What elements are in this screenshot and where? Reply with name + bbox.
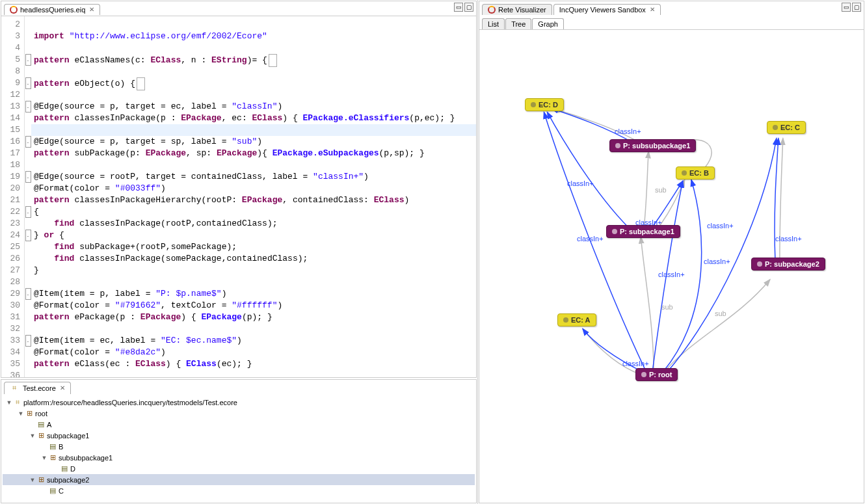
graph-canvas[interactable]: EC: D P: subsubpackage1 EC: B EC: C P: s… (479, 30, 864, 503)
expand-toggle[interactable]: ▼ (29, 477, 36, 483)
code-area[interactable]: import "http://www.eclipse.org/emf/2002/… (31, 16, 476, 377)
code-line[interactable] (31, 159, 476, 171)
edge-label: classIn+ (775, 235, 802, 243)
close-icon[interactable]: ✕ (89, 6, 94, 13)
subtab-tree[interactable]: Tree (505, 18, 531, 29)
tree-item-label: D (70, 465, 75, 473)
code-line[interactable]: pattern classesInPackageHierarchy(rootP:… (31, 194, 476, 206)
tree-item-label: C (59, 487, 64, 495)
subtab-list[interactable]: List (482, 18, 505, 29)
code-line[interactable]: @Edge(source = rootP, target = contained… (31, 171, 476, 183)
tree-item-label: subsubpackage1 (59, 454, 113, 462)
tree-tabbar: ⌗ Test.ecore ✕ (1, 380, 476, 394)
tree-row[interactable]: ▤D (3, 463, 475, 474)
model-tree-pane: ⌗ Test.ecore ✕ ▼⌗platform:/resource/head… (1, 379, 477, 503)
maximize-button[interactable]: ▢ (852, 3, 861, 12)
code-line[interactable]: pattern eClassNames(c: EClass, n : EStri… (31, 54, 476, 66)
line-gutter: 2345891213141516171819202122232425262728… (1, 16, 25, 377)
maximize-button[interactable]: ▢ (464, 3, 473, 12)
tree-item-label: subpackage1 (47, 432, 89, 440)
expand-toggle[interactable]: ▼ (40, 455, 48, 461)
node-p-subpackage2[interactable]: P: subpackage2 (751, 258, 825, 271)
code-line[interactable]: @Format(color = "#e8da2c") (31, 347, 476, 358)
edge-label: classIn+ (704, 258, 730, 265)
tree-row[interactable]: ▼⊞subsubpackage1 (3, 452, 475, 463)
code-editor[interactable]: 2345891213141516171819202122232425262728… (1, 16, 476, 377)
code-line[interactable] (31, 323, 476, 335)
edge-label: classIn+ (635, 219, 662, 226)
code-line[interactable]: @Format(color = "#0033ff") (31, 183, 476, 194)
minimize-button[interactable]: ▭ (842, 3, 851, 12)
node-ec-b[interactable]: EC: B (676, 166, 715, 179)
editor-tab[interactable]: headlessQueries.eiq ✕ (4, 4, 100, 15)
code-line[interactable]: pattern subPackage(p: EPackage, sp: EPac… (31, 148, 476, 159)
tree-row[interactable]: ▤A (3, 419, 475, 430)
code-line[interactable]: } (31, 265, 476, 276)
fold-toggle[interactable]: - (25, 77, 31, 89)
model-tree[interactable]: ▼⌗platform:/resource/headlessQueries.inc… (1, 394, 476, 503)
fold-toggle[interactable]: - (25, 230, 31, 241)
node-p-root[interactable]: P: root (635, 368, 678, 381)
tree-tab[interactable]: ⌗ Test.ecore ✕ (4, 382, 71, 394)
node-ec-d[interactable]: EC: D (525, 98, 564, 111)
node-ec-c[interactable]: EC: C (767, 121, 806, 134)
code-line[interactable]: } or { (31, 230, 476, 241)
code-line[interactable]: pattern classesInPackage(p : EPackage, e… (31, 113, 476, 124)
tree-row[interactable]: ▼⊞subpackage1 (3, 430, 475, 441)
code-line[interactable]: pattern eClass(ec : EClass) { EClass(ec)… (31, 358, 476, 370)
tree-row[interactable]: ▼⊞subpackage2 (3, 474, 475, 485)
edge-label: classIn+ (658, 271, 685, 278)
tree-row[interactable]: ▼⌗platform:/resource/headlessQueries.inc… (3, 397, 475, 408)
fold-toggle[interactable]: - (25, 335, 31, 347)
code-line[interactable] (31, 89, 476, 101)
expand-toggle[interactable]: ▼ (17, 410, 25, 417)
tab-rete-visualizer[interactable]: Rete Visualizer (482, 4, 552, 15)
code-line[interactable]: @Edge(source = p, target = sp, label = "… (31, 136, 476, 148)
code-line[interactable] (31, 66, 476, 77)
expand-toggle[interactable]: ▼ (29, 432, 36, 439)
expand-toggle[interactable]: ▼ (5, 399, 13, 406)
fold-toggle[interactable]: - (25, 101, 31, 113)
tree-row[interactable]: ▤B (3, 441, 475, 452)
code-line[interactable] (31, 124, 476, 136)
fold-column: --------- (25, 16, 31, 377)
code-line[interactable]: { (31, 206, 476, 218)
pkg-icon: ⊞ (36, 475, 46, 484)
code-line[interactable]: find classesInPackage(rootP,containedCla… (31, 218, 476, 230)
code-line[interactable] (31, 276, 476, 288)
close-icon[interactable]: ✕ (650, 6, 655, 13)
code-line[interactable]: @Item(item = ec, label = "EC: $ec.name$"… (31, 335, 476, 347)
rete-icon (488, 6, 496, 14)
fold-toggle[interactable]: - (25, 288, 31, 300)
editor-pane: headlessQueries.eiq ✕ ▭ ▢ 23458912131415… (1, 1, 477, 378)
tree-row[interactable]: ▼⊞root (3, 408, 475, 419)
node-ec-a[interactable]: EC: A (557, 313, 596, 326)
code-line[interactable]: find classesInPackage(somePackage,contai… (31, 253, 476, 265)
code-line[interactable]: import "http://www.eclipse.org/emf/2002/… (31, 31, 476, 42)
tab-incquery-sandbox[interactable]: IncQuery Viewers Sandbox ✕ (553, 4, 661, 15)
code-line[interactable] (31, 19, 476, 31)
minimize-button[interactable]: ▭ (454, 3, 463, 12)
viewer-subtabbar: List Tree Graph (479, 16, 864, 30)
node-p-subpackage1[interactable]: P: subpackage1 (606, 225, 680, 238)
code-line[interactable]: find subPackage+(rootP,somePackage); (31, 241, 476, 253)
tree-row[interactable]: ▤C (3, 485, 475, 496)
close-icon[interactable]: ✕ (60, 384, 65, 391)
fold-toggle[interactable]: - (25, 206, 31, 218)
code-line[interactable] (31, 42, 476, 54)
code-line[interactable] (31, 370, 476, 377)
pkg-icon: ⊞ (36, 431, 46, 440)
code-line[interactable]: @Format(color = "#791662", textColor = "… (31, 300, 476, 312)
code-line[interactable]: @Item(item = p, label = "P: $p.name$") (31, 288, 476, 300)
pkg-icon: ⊞ (48, 453, 57, 462)
code-line[interactable]: pattern eObject(o) { (31, 77, 476, 89)
edge-label: classIn+ (615, 127, 641, 135)
subtab-graph[interactable]: Graph (532, 18, 564, 29)
code-line[interactable]: @Edge(source = p, target = ec, label = "… (31, 101, 476, 113)
fold-toggle[interactable]: - (25, 171, 31, 183)
tab-label: Rete Visualizer (498, 6, 546, 14)
fold-toggle[interactable]: - (25, 54, 31, 66)
code-line[interactable]: pattern ePackage(p : EPackage) { EPackag… (31, 312, 476, 323)
fold-toggle[interactable]: - (25, 136, 31, 148)
node-p-subsubpackage1[interactable]: P: subsubpackage1 (609, 139, 696, 152)
